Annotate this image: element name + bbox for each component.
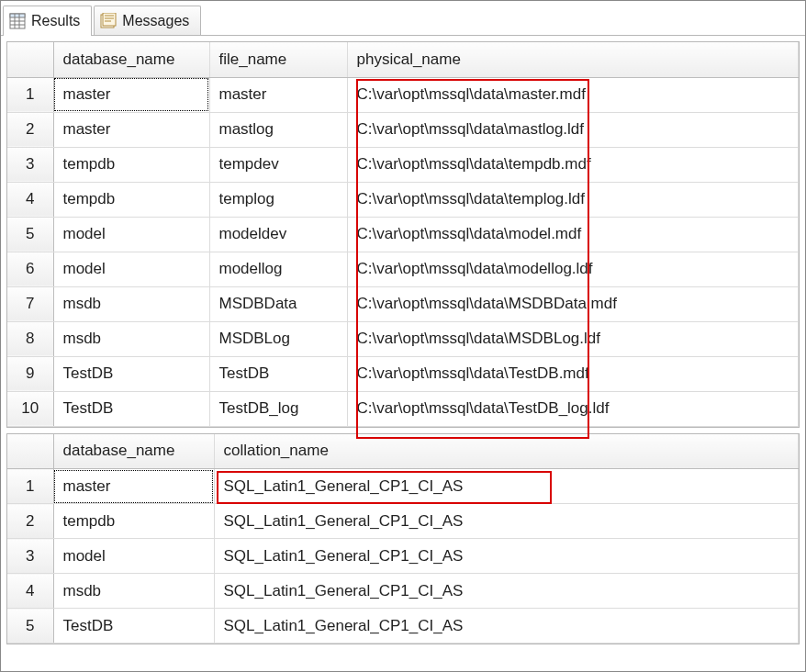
results-grid-1[interactable]: database_name file_name physical_name 1 …: [7, 42, 799, 427]
cell[interactable]: tempdb: [53, 147, 209, 182]
cell[interactable]: C:\var\opt\mssql\data\mastlog.ldf: [347, 112, 799, 147]
cell[interactable]: C:\var\opt\mssql\data\TestDB_log.ldf: [347, 391, 799, 426]
rownum[interactable]: 5: [7, 217, 53, 252]
results-tabs: Results Messages: [1, 1, 805, 36]
cell[interactable]: master: [53, 112, 209, 147]
cell[interactable]: SQL_Latin1_General_CP1_CI_AS: [214, 574, 799, 609]
tab-messages-label: Messages: [122, 13, 189, 29]
cell[interactable]: model: [53, 252, 209, 286]
table-row[interactable]: 7 msdb MSDBData C:\var\opt\mssql\data\MS…: [7, 286, 799, 321]
cell[interactable]: C:\var\opt\mssql\data\MSDBData.mdf: [347, 286, 799, 321]
cell[interactable]: SQL_Latin1_General_CP1_CI_AS: [214, 539, 799, 574]
cell[interactable]: tempdev: [209, 147, 347, 182]
col-database-name[interactable]: database_name: [53, 42, 209, 77]
cell[interactable]: SQL_Latin1_General_CP1_CI_AS: [214, 609, 799, 644]
cell[interactable]: msdb: [53, 574, 214, 609]
table-row[interactable]: 5 model modeldev C:\var\opt\mssql\data\m…: [7, 217, 799, 252]
rownum[interactable]: 1: [7, 469, 53, 504]
rownum[interactable]: 8: [7, 321, 53, 356]
rownum[interactable]: 7: [7, 286, 53, 321]
table-row[interactable]: 1 master master C:\var\opt\mssql\data\ma…: [7, 77, 799, 112]
table-row[interactable]: 10 TestDB TestDB_log C:\var\opt\mssql\da…: [7, 391, 799, 426]
cell[interactable]: C:\var\opt\mssql\data\tempdb.mdf: [347, 147, 799, 182]
rownum-header[interactable]: [7, 434, 53, 469]
col-collation-name[interactable]: collation_name: [214, 434, 799, 469]
table-row[interactable]: 4 tempdb templog C:\var\opt\mssql\data\t…: [7, 182, 799, 217]
results-grid-1-pane: database_name file_name physical_name 1 …: [6, 41, 800, 428]
cell[interactable]: modellog: [209, 252, 347, 286]
rownum[interactable]: 2: [7, 504, 53, 539]
cell[interactable]: TestDB: [209, 356, 347, 391]
rownum[interactable]: 9: [7, 356, 53, 391]
cell[interactable]: TestDB_log: [209, 391, 347, 426]
table-row[interactable]: 2 tempdb SQL_Latin1_General_CP1_CI_AS: [7, 504, 799, 539]
rownum[interactable]: 5: [7, 609, 53, 644]
cell[interactable]: C:\var\opt\mssql\data\TestDB.mdf: [347, 356, 799, 391]
tab-results[interactable]: Results: [3, 6, 92, 35]
rownum[interactable]: 4: [7, 182, 53, 217]
svg-rect-7: [103, 13, 116, 26]
rownum[interactable]: 1: [7, 77, 53, 112]
svg-rect-1: [10, 14, 25, 17]
cell[interactable]: C:\var\opt\mssql\data\master.mdf: [347, 77, 799, 112]
table-row[interactable]: 3 model SQL_Latin1_General_CP1_CI_AS: [7, 539, 799, 574]
cell[interactable]: msdb: [53, 286, 209, 321]
cell[interactable]: MSDBData: [209, 286, 347, 321]
rownum-header[interactable]: [7, 42, 53, 77]
rownum[interactable]: 4: [7, 574, 53, 609]
rownum[interactable]: 10: [7, 391, 53, 426]
table-row[interactable]: 8 msdb MSDBLog C:\var\opt\mssql\data\MSD…: [7, 321, 799, 356]
cell[interactable]: C:\var\opt\mssql\data\modellog.ldf: [347, 252, 799, 286]
col-file-name[interactable]: file_name: [209, 42, 347, 77]
rownum[interactable]: 3: [7, 147, 53, 182]
table-row[interactable]: 1 master SQL_Latin1_General_CP1_CI_AS: [7, 469, 799, 504]
table-row[interactable]: 9 TestDB TestDB C:\var\opt\mssql\data\Te…: [7, 356, 799, 391]
rownum[interactable]: 3: [7, 539, 53, 574]
col-database-name[interactable]: database_name: [53, 434, 214, 469]
cell[interactable]: C:\var\opt\mssql\data\templog.ldf: [347, 182, 799, 217]
table-row[interactable]: 3 tempdb tempdev C:\var\opt\mssql\data\t…: [7, 147, 799, 182]
results-grid-2[interactable]: database_name collation_name 1 master SQ…: [7, 434, 799, 644]
cell[interactable]: tempdb: [53, 182, 209, 217]
cell[interactable]: master: [53, 469, 214, 504]
cell[interactable]: model: [53, 217, 209, 252]
cell[interactable]: C:\var\opt\mssql\data\MSDBLog.ldf: [347, 321, 799, 356]
results-grid-2-pane: database_name collation_name 1 master SQ…: [6, 433, 800, 645]
cell[interactable]: MSDBLog: [209, 321, 347, 356]
table-row[interactable]: 4 msdb SQL_Latin1_General_CP1_CI_AS: [7, 574, 799, 609]
cell[interactable]: msdb: [53, 321, 209, 356]
cell[interactable]: model: [53, 539, 214, 574]
header-row: database_name file_name physical_name: [7, 42, 799, 77]
header-row: database_name collation_name: [7, 434, 799, 469]
table-row[interactable]: 2 master mastlog C:\var\opt\mssql\data\m…: [7, 112, 799, 147]
cell[interactable]: modeldev: [209, 217, 347, 252]
cell[interactable]: TestDB: [53, 391, 209, 426]
table-row[interactable]: 6 model modellog C:\var\opt\mssql\data\m…: [7, 252, 799, 286]
col-physical-name[interactable]: physical_name: [347, 42, 799, 77]
cell[interactable]: SQL_Latin1_General_CP1_CI_AS: [214, 469, 799, 504]
tab-results-label: Results: [31, 13, 80, 29]
cell[interactable]: TestDB: [53, 356, 209, 391]
cell[interactable]: TestDB: [53, 609, 214, 644]
cell[interactable]: master: [53, 77, 209, 112]
cell[interactable]: mastlog: [209, 112, 347, 147]
cell[interactable]: SQL_Latin1_General_CP1_CI_AS: [214, 504, 799, 539]
tab-messages[interactable]: Messages: [94, 6, 201, 35]
cell[interactable]: tempdb: [53, 504, 214, 539]
cell[interactable]: templog: [209, 182, 347, 217]
table-row[interactable]: 5 TestDB SQL_Latin1_General_CP1_CI_AS: [7, 609, 799, 644]
cell[interactable]: master: [209, 77, 347, 112]
rownum[interactable]: 6: [7, 252, 53, 286]
cell[interactable]: C:\var\opt\mssql\data\model.mdf: [347, 217, 799, 252]
rownum[interactable]: 2: [7, 112, 53, 147]
messages-icon: [100, 13, 117, 29]
results-grid-icon: [9, 13, 26, 29]
